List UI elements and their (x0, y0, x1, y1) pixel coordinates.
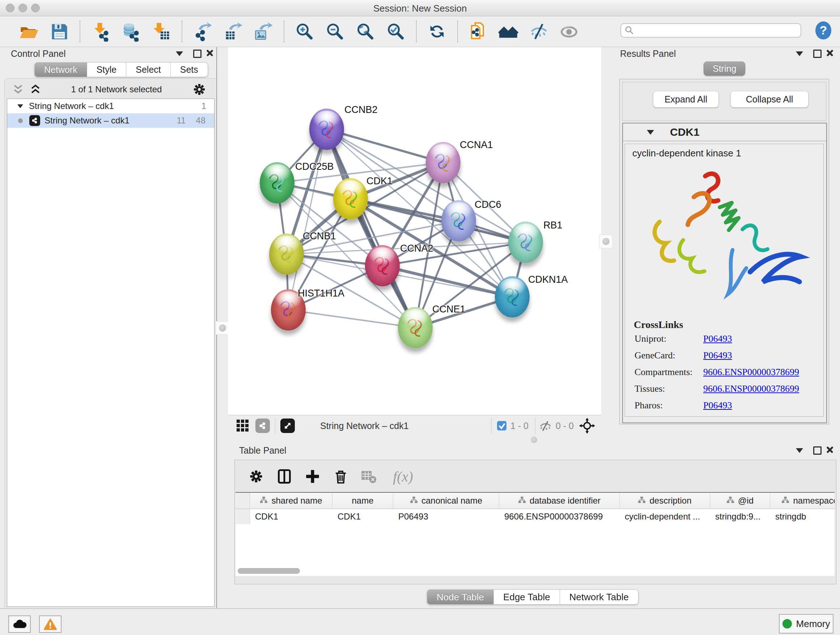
edge-CCNB2-HIST1H1A[interactable] (288, 129, 327, 310)
zoom-out-icon[interactable] (324, 20, 346, 43)
right-splitter[interactable] (601, 47, 617, 436)
node-RB1[interactable] (508, 222, 543, 263)
float-table-icon[interactable] (796, 448, 803, 453)
import-network-database-icon[interactable] (120, 20, 142, 43)
node-CCNE1[interactable] (398, 307, 433, 348)
crosslink-link[interactable]: 9606.ENSP00000378699 (703, 383, 799, 394)
tab-sets[interactable]: Sets (171, 62, 208, 77)
selected-checkbox-icon[interactable] (497, 421, 507, 431)
network-row[interactable]: String Network – cdk1 11 48 (7, 113, 214, 128)
crosslink-link[interactable]: P06493 (703, 400, 732, 411)
network-canvas[interactable]: CCNB2CCNA1CDC25BCDK1CDC6RB1CCNB1CCNA2CDK… (228, 47, 601, 415)
update-view-icon[interactable] (426, 20, 448, 43)
zoom-in-icon[interactable] (294, 20, 316, 43)
grid-view-icon[interactable] (236, 419, 249, 432)
cell-id[interactable]: stringdb:9... (710, 509, 770, 524)
column-header-namespace[interactable]: namespace (770, 493, 835, 509)
string-document-icon[interactable] (467, 20, 489, 43)
show-columns-icon[interactable] (274, 466, 295, 487)
cell-sharedname[interactable]: CDK1 (250, 509, 332, 524)
cell-description[interactable]: cyclin-dependent ... (620, 509, 710, 524)
expand-all-icon[interactable] (29, 83, 42, 96)
tab-select[interactable]: Select (126, 62, 171, 77)
tab-network[interactable]: Network (34, 62, 87, 77)
node-CCNA2[interactable] (365, 245, 400, 287)
open-session-icon[interactable] (18, 20, 40, 43)
export-table-icon[interactable] (222, 20, 244, 43)
delete-column-trash-icon[interactable] (330, 466, 351, 487)
column-label: name (352, 496, 373, 506)
crosslink-link[interactable]: P06493 (703, 350, 732, 361)
node-CDK1[interactable] (333, 178, 368, 219)
maximize-results-icon[interactable] (813, 50, 821, 58)
cell-canonicalname[interactable]: P06493 (393, 509, 499, 524)
collection-expander-icon[interactable] (17, 104, 23, 108)
tab-edge-table[interactable]: Edge Table (494, 589, 560, 605)
string-view-icon[interactable] (256, 418, 270, 433)
function-builder-icon[interactable]: f(x) (387, 466, 419, 487)
float-panel-icon[interactable] (176, 51, 183, 56)
cell-databaseidentifier[interactable]: 9606.ENSP00000378699 (499, 509, 620, 524)
export-image-icon[interactable] (252, 20, 275, 43)
goto-network-icon[interactable] (280, 418, 295, 433)
import-network-file-icon[interactable] (89, 20, 112, 43)
node-CCNB1[interactable] (269, 233, 304, 275)
search-input[interactable] (634, 25, 797, 36)
table-options-gear-icon[interactable] (246, 466, 267, 487)
memory-button[interactable]: Memory (779, 614, 834, 633)
network-options-gear-icon[interactable] (191, 81, 208, 98)
protein-expander-icon[interactable] (647, 130, 654, 135)
cell-namespace[interactable]: stringdb (770, 509, 835, 524)
zoom-selected-icon[interactable] (385, 20, 407, 43)
zoom-fit-icon[interactable] (354, 20, 377, 43)
search-box[interactable] (621, 23, 801, 38)
network-collection-row[interactable]: String Network – cdk1 1 (7, 99, 214, 113)
show-eye-icon[interactable] (558, 20, 581, 43)
horizontal-splitter-handle[interactable] (531, 437, 537, 443)
tab-node-table[interactable]: Node Table (427, 589, 494, 605)
svg-text:?: ? (820, 23, 827, 37)
tab-network-table[interactable]: Network Table (560, 589, 638, 605)
warning-button[interactable] (39, 616, 62, 633)
hide-eye-icon[interactable] (528, 20, 550, 43)
float-results-icon[interactable] (796, 51, 803, 56)
protein-header-row[interactable]: CDK1 (623, 124, 826, 141)
crosslink-link[interactable]: 9606.ENSP00000378699 (703, 367, 799, 378)
crosslink-link[interactable]: P06493 (703, 333, 732, 344)
node-CCNB2[interactable] (309, 109, 344, 150)
string-results-tab[interactable]: String (704, 62, 745, 76)
cell-name[interactable]: CDK1 (332, 509, 393, 524)
column-header-id[interactable]: @id (710, 493, 770, 509)
table-row[interactable]: CDK1CDK1P064939606.ENSP00000378699cyclin… (235, 509, 835, 524)
column-header-sharedname[interactable]: shared name (250, 493, 332, 509)
home-pair-icon[interactable] (497, 20, 520, 43)
node-CDC6[interactable] (441, 200, 476, 241)
node-table: shared namenamecanonical namedatabase id… (235, 492, 835, 576)
cloud-button[interactable] (8, 616, 31, 633)
column-header-name[interactable]: name (332, 493, 393, 509)
create-column-plus-icon[interactable] (302, 466, 323, 487)
save-session-icon[interactable] (48, 20, 71, 43)
birds-eye-crosshair-icon[interactable] (579, 417, 595, 434)
left-splitter-handle[interactable] (216, 321, 229, 335)
export-network-icon[interactable] (191, 20, 214, 43)
import-table-file-icon[interactable] (150, 20, 172, 43)
node-CCNA1[interactable] (426, 142, 461, 183)
delete-table-icon[interactable] (358, 466, 379, 487)
maximize-table-icon[interactable] (813, 447, 821, 455)
column-header-description[interactable]: description (620, 493, 710, 509)
left-splitter[interactable] (216, 47, 229, 608)
maximize-panel-icon[interactable] (193, 50, 202, 58)
collapse-all-icon[interactable] (11, 83, 25, 96)
tab-style[interactable]: Style (87, 62, 126, 77)
help-button[interactable]: ? (814, 21, 833, 40)
node-CDC25B[interactable] (260, 162, 294, 203)
column-header-canonicalname[interactable]: canonical name (393, 493, 499, 509)
table-horizontal-scrollbar[interactable] (238, 568, 300, 574)
edge-HIST1H1A-CCNE1[interactable] (288, 310, 415, 328)
expand-all-button[interactable]: Expand All (653, 91, 719, 108)
node-CDKN1A[interactable] (495, 276, 530, 318)
collapse-all-button[interactable]: Collapse All (730, 91, 808, 108)
column-header-databaseidentifier[interactable]: database identifier (499, 493, 620, 509)
right-splitter-handle[interactable] (599, 234, 613, 249)
